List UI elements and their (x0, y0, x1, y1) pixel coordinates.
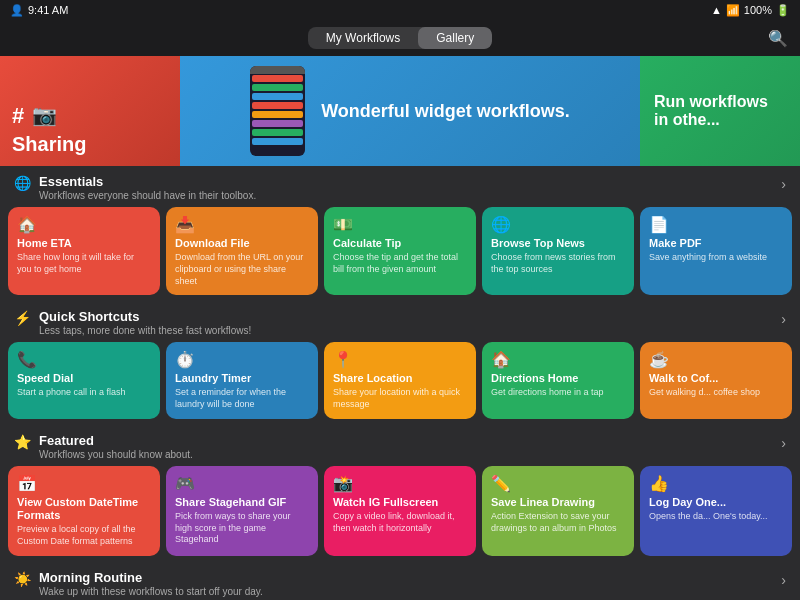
card-icon: 📞 (17, 350, 151, 369)
card-essentials-4[interactable]: 📄 Make PDF Save anything from a website (640, 207, 792, 295)
card-icon: ☕ (649, 350, 783, 369)
card-icon: ✏️ (491, 474, 625, 493)
instagram-icon: 📷 (32, 103, 57, 129)
card-icon: 🏠 (491, 350, 625, 369)
section-icon-featured: ⭐ (14, 434, 31, 450)
section-title-featured: Featured (39, 433, 193, 448)
tab-gallery[interactable]: Gallery (418, 27, 492, 49)
section-chevron-morning-routine[interactable]: › (781, 572, 786, 588)
card-title: Calculate Tip (333, 237, 467, 250)
card-desc: Download from the URL on your clipboard … (175, 252, 309, 287)
section-subtitle-essentials: Workflows everyone should have in their … (39, 190, 256, 201)
tab-my-workflows[interactable]: My Workflows (308, 27, 418, 49)
card-featured-0[interactable]: 📅 View Custom DateTime Formats Preview a… (8, 466, 160, 556)
card-desc: Action Extension to save your drawings t… (491, 511, 625, 534)
card-essentials-1[interactable]: 📥 Download File Download from the URL on… (166, 207, 318, 295)
card-essentials-0[interactable]: 🏠 Home ETA Share how long it will take f… (8, 207, 160, 295)
section-icon-morning-routine: ☀️ (14, 571, 31, 587)
section-header-essentials: 🌐 Essentials Workflows everyone should h… (0, 166, 800, 203)
card-quick-shortcuts-0[interactable]: 📞 Speed Dial Start a phone call in a fla… (8, 342, 160, 419)
card-featured-2[interactable]: 📸 Watch IG Fullscreen Copy a video link,… (324, 466, 476, 556)
card-icon: 📅 (17, 474, 151, 493)
section-title-quick-shortcuts: Quick Shortcuts (39, 309, 251, 324)
section-title-morning-routine: Morning Routine (39, 570, 263, 585)
card-row-essentials: 🏠 Home ETA Share how long it will take f… (0, 203, 800, 301)
card-icon: 📥 (175, 215, 309, 234)
card-quick-shortcuts-3[interactable]: 🏠 Directions Home Get directions home in… (482, 342, 634, 419)
card-icon: 👍 (649, 474, 783, 493)
battery-icon: 🔋 (776, 4, 790, 17)
card-desc: Share how long it will take for you to g… (17, 252, 151, 275)
wifi-icon: 📶 (726, 4, 740, 17)
section-subtitle-featured: Workflows you should know about. (39, 449, 193, 460)
card-desc: Choose the tip and get the total bill fr… (333, 252, 467, 275)
section-chevron-essentials[interactable]: › (781, 176, 786, 192)
card-quick-shortcuts-4[interactable]: ☕ Walk to Cof... Get walking d... coffee… (640, 342, 792, 419)
status-bar: 👤 9:41 AM ▲ 📶 100% 🔋 (0, 0, 800, 20)
card-desc: Get directions home in a tap (491, 387, 625, 399)
card-desc: Start a phone call in a flash (17, 387, 151, 399)
tab-group: My Workflows Gallery (308, 27, 492, 49)
hero-center-text: Wonderful widget workflows. (321, 101, 570, 122)
card-desc: Set a reminder for when the laundry will… (175, 387, 309, 410)
search-icon[interactable]: 🔍 (768, 29, 788, 48)
hero-banner: # 📷 Sharing Wonderful widget workflows. … (0, 56, 800, 166)
card-icon: 💵 (333, 215, 467, 234)
card-title: Make PDF (649, 237, 783, 250)
hero-sharing: # 📷 Sharing (0, 56, 180, 166)
hero-title: Sharing (12, 133, 168, 156)
card-row-featured: 📅 View Custom DateTime Formats Preview a… (0, 462, 800, 562)
hero-widgets: Wonderful widget workflows. (180, 56, 640, 166)
card-icon: 📍 (333, 350, 467, 369)
signal-icon: ▲ (711, 4, 722, 16)
section-header-morning-routine: ☀️ Morning Routine Wake up with these wo… (0, 562, 800, 599)
card-title: Walk to Cof... (649, 372, 783, 385)
section-header-left: ⭐ Featured Workflows you should know abo… (14, 433, 193, 460)
nav-bar: My Workflows Gallery 🔍 (0, 20, 800, 56)
card-desc: Copy a video link, download it, then wat… (333, 511, 467, 534)
section-header-featured: ⭐ Featured Workflows you should know abo… (0, 425, 800, 462)
card-essentials-3[interactable]: 🌐 Browse Top News Choose from news stori… (482, 207, 634, 295)
section-subtitle-quick-shortcuts: Less taps, more done with these fast wor… (39, 325, 251, 336)
section-header-left: ☀️ Morning Routine Wake up with these wo… (14, 570, 263, 597)
card-icon: 🏠 (17, 215, 151, 234)
card-title: Browse Top News (491, 237, 625, 250)
card-title: Download File (175, 237, 309, 250)
section-chevron-quick-shortcuts[interactable]: › (781, 311, 786, 327)
card-title: Laundry Timer (175, 372, 309, 385)
card-title: View Custom DateTime Formats (17, 496, 151, 522)
card-featured-4[interactable]: 👍 Log Day One... Opens the da... One's t… (640, 466, 792, 556)
sections-container: 🌐 Essentials Workflows everyone should h… (0, 166, 800, 600)
time: 9:41 AM (28, 4, 68, 16)
section-header-quick-shortcuts: ⚡ Quick Shortcuts Less taps, more done w… (0, 301, 800, 338)
section-chevron-featured[interactable]: › (781, 435, 786, 451)
card-title: Save Linea Drawing (491, 496, 625, 509)
phone-mockup (250, 66, 305, 156)
card-desc: Save anything from a website (649, 252, 783, 264)
card-icon: 🎮 (175, 474, 309, 493)
card-essentials-2[interactable]: 💵 Calculate Tip Choose the tip and get t… (324, 207, 476, 295)
card-quick-shortcuts-2[interactable]: 📍 Share Location Share your location wit… (324, 342, 476, 419)
section-subtitle-morning-routine: Wake up with these workflows to start of… (39, 586, 263, 597)
card-featured-3[interactable]: ✏️ Save Linea Drawing Action Extension t… (482, 466, 634, 556)
hashtag-icon: # (12, 103, 24, 129)
card-desc: Preview a local copy of all the Custom D… (17, 524, 151, 547)
card-icon: 📸 (333, 474, 467, 493)
section-title-essentials: Essentials (39, 174, 256, 189)
card-title: Share Stagehand GIF (175, 496, 309, 509)
hero-run: Run workflows in othe... (640, 56, 800, 166)
card-desc: Opens the da... One's today... (649, 511, 783, 523)
card-quick-shortcuts-1[interactable]: ⏱️ Laundry Timer Set a reminder for when… (166, 342, 318, 419)
card-icon: 🌐 (491, 215, 625, 234)
card-title: Log Day One... (649, 496, 783, 509)
card-desc: Share your location with a quick message (333, 387, 467, 410)
hero-right-text: Run workflows in othe... (654, 93, 786, 129)
battery: 100% (744, 4, 772, 16)
section-header-left: 🌐 Essentials Workflows everyone should h… (14, 174, 256, 201)
card-icon: 📄 (649, 215, 783, 234)
avatar-icon: 👤 (10, 4, 24, 17)
card-desc: Choose from news stories from the top so… (491, 252, 625, 275)
card-desc: Get walking d... coffee shop (649, 387, 783, 399)
section-icon-quick-shortcuts: ⚡ (14, 310, 31, 326)
card-featured-1[interactable]: 🎮 Share Stagehand GIF Pick from ways to … (166, 466, 318, 556)
